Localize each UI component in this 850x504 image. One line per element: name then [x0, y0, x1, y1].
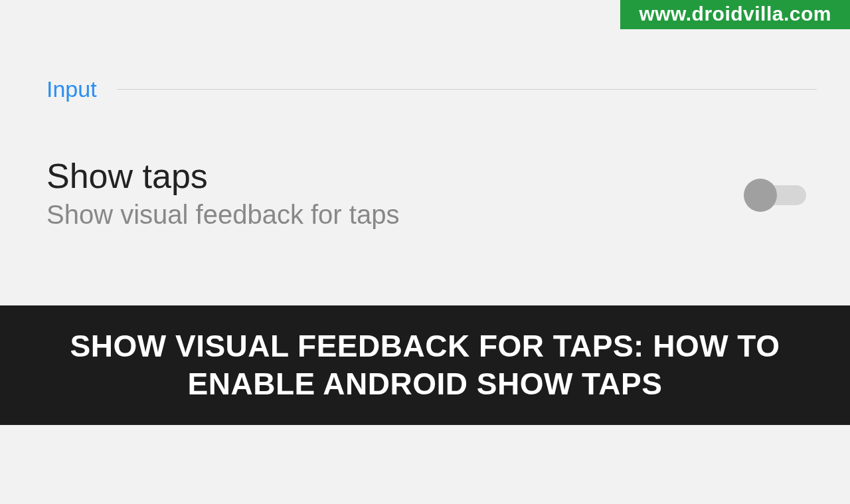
toggle-thumb — [744, 179, 777, 212]
watermark-badge: www.droidvilla.com — [620, 0, 850, 29]
section-header: Input — [46, 76, 817, 102]
banner-text: SHOW VISUAL FEEDBACK FOR TAPS: HOW TO EN… — [40, 327, 810, 404]
toggle-show-taps[interactable] — [744, 180, 810, 207]
setting-subtitle: Show visual feedback for taps — [46, 200, 399, 230]
setting-title: Show taps — [46, 156, 399, 196]
setting-row-show-taps[interactable]: Show taps Show visual feedback for taps — [46, 156, 810, 230]
section-title: Input — [46, 76, 97, 102]
section-divider — [117, 89, 817, 90]
title-banner: SHOW VISUAL FEEDBACK FOR TAPS: HOW TO EN… — [0, 305, 850, 425]
setting-text: Show taps Show visual feedback for taps — [46, 156, 399, 230]
watermark-text: www.droidvilla.com — [639, 3, 831, 25]
